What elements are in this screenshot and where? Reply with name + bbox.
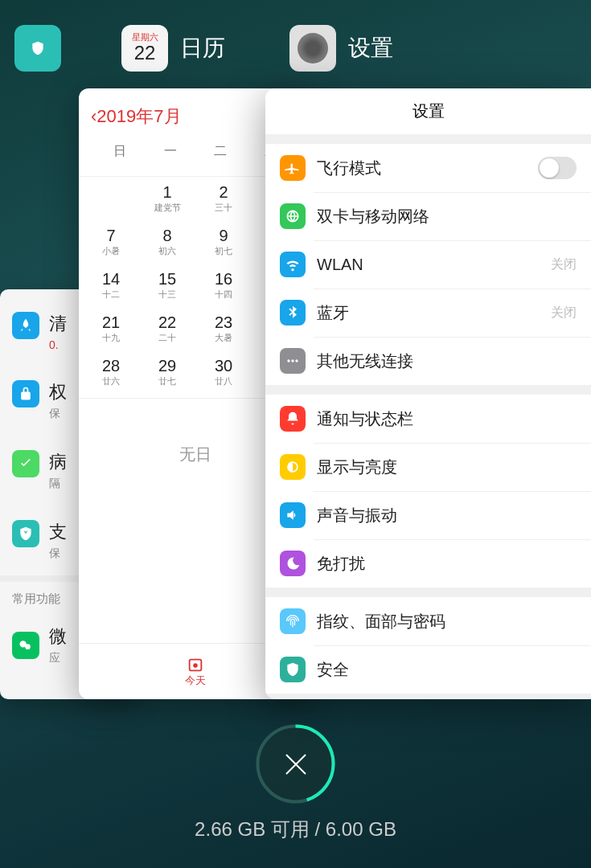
sec-item-sub: 保 <box>49 407 67 421</box>
gear-icon <box>298 33 328 63</box>
settings-row-label: 飞行模式 <box>317 158 538 179</box>
wechat-icon <box>12 632 39 659</box>
settings-row-airplane[interactable]: 飞行模式 <box>265 144 591 192</box>
settings-row-label: 声音与振动 <box>317 505 577 526</box>
settings-row-value: 关闭 <box>551 256 577 273</box>
calendar-back-button[interactable]: ‹2019年7月 <box>91 106 182 126</box>
sec-item-sub: 保 <box>49 547 67 561</box>
svg-point-6 <box>291 359 293 362</box>
settings-row-fingerprint[interactable]: 指纹、面部与密码 <box>265 597 591 645</box>
bell-icon <box>280 406 306 432</box>
calendar-app-label: 日历 <box>180 33 225 63</box>
footer-item-title: 微 <box>49 624 67 649</box>
today-label: 今天 <box>185 674 206 688</box>
calendar-app-icon[interactable]: 星期六 22 <box>121 25 168 72</box>
security-app-icon[interactable] <box>14 25 61 72</box>
calendar-day-cell[interactable]: 28廿六 <box>95 357 127 387</box>
settings-app-icon[interactable] <box>289 25 336 72</box>
svg-point-7 <box>295 359 298 362</box>
settings-row-label: 蓝牙 <box>317 302 551 324</box>
settings-row-label: 双卡与移动网络 <box>317 206 577 227</box>
weekday-label: 一 <box>154 143 187 160</box>
shield-icon <box>280 657 306 682</box>
calendar-day-cell[interactable]: 14十二 <box>95 270 127 301</box>
calendar-day-cell[interactable]: 1建党节 <box>151 183 183 214</box>
close-icon <box>282 750 310 777</box>
yen-icon <box>12 520 39 547</box>
calendar-day-cell[interactable]: 2三十 <box>207 183 240 214</box>
lock-icon <box>12 380 39 407</box>
airplane-icon <box>280 155 306 181</box>
settings-row-more[interactable]: 其他无线连接 <box>265 337 591 385</box>
weekday-label: 日 <box>104 143 136 160</box>
calendar-day-name: 星期六 <box>132 33 158 42</box>
sec-item-sub: 隔 <box>49 477 67 491</box>
wifi-icon <box>280 252 306 277</box>
calendar-day-cell[interactable]: 21十九 <box>95 313 127 344</box>
settings-row-label: 显示与亮度 <box>317 457 577 478</box>
check-icon <box>12 450 39 477</box>
settings-row-label: 免打扰 <box>317 553 577 575</box>
calendar-month-label: 2019年7月 <box>96 106 181 126</box>
settings-row-label: WLAN <box>317 256 551 274</box>
sec-item-title: 清 <box>49 312 67 336</box>
calendar-day-cell[interactable]: 15十三 <box>151 270 183 301</box>
settings-row-wifi[interactable]: WLAN关闭 <box>265 240 591 289</box>
shield-icon <box>30 40 46 56</box>
calendar-day-cell[interactable]: 29廿七 <box>151 357 183 387</box>
calendar-day-cell[interactable]: 9初七 <box>207 227 240 257</box>
settings-row-bell[interactable]: 通知与状态栏 <box>265 395 591 443</box>
settings-row-shield[interactable]: 安全 <box>265 645 591 694</box>
settings-row-value: 关闭 <box>551 305 577 321</box>
fingerprint-icon <box>280 608 306 634</box>
settings-row-label: 其他无线连接 <box>317 350 577 372</box>
settings-row-sound[interactable]: 声音与振动 <box>265 491 591 539</box>
more-icon <box>280 348 306 374</box>
recent-apps-footer: 2.66 GB 可用 / 6.00 GB <box>0 699 591 868</box>
settings-row-label: 通知与状态栏 <box>317 408 577 430</box>
calendar-day-cell[interactable]: 7小暑 <box>95 227 127 257</box>
settings-card[interactable]: 设置 飞行模式双卡与移动网络WLAN关闭蓝牙关闭其他无线连接通知与状态栏显示与亮… <box>265 88 591 699</box>
sound-icon <box>280 502 306 528</box>
memory-text: 2.66 GB 可用 / 6.00 GB <box>195 817 396 842</box>
calendar-day-cell[interactable]: 16十四 <box>207 270 240 301</box>
settings-row-sim[interactable]: 双卡与移动网络 <box>265 192 591 240</box>
settings-row-label: 安全 <box>317 659 577 681</box>
bluetooth-icon <box>280 300 306 326</box>
svg-point-5 <box>287 359 289 362</box>
calendar-date: 22 <box>134 42 156 64</box>
calendar-day-cell[interactable]: 22二十 <box>151 313 183 344</box>
settings-row-moon[interactable]: 免打扰 <box>265 539 591 588</box>
sec-item-title: 病 <box>49 450 67 474</box>
recent-apps-cards: 清0. 权保 病隔 支保 常用功能 微应 ‹2019年7月 日 一 二 <box>0 88 591 699</box>
toggle[interactable] <box>538 157 577 179</box>
calendar-today-icon <box>187 656 204 674</box>
sec-item-title: 权 <box>49 380 67 404</box>
weekday-label: 二 <box>204 143 236 160</box>
footer-item-sub: 应 <box>49 651 67 665</box>
settings-title: 设置 <box>265 88 591 134</box>
svg-point-1 <box>25 644 31 649</box>
sim-icon <box>280 203 306 229</box>
settings-row-label: 指纹、面部与密码 <box>317 611 577 633</box>
recent-apps-header: 星期六 22 日历 设置 <box>0 24 591 72</box>
calendar-day-cell[interactable]: 30廿八 <box>207 357 240 387</box>
svg-point-3 <box>194 664 197 667</box>
calendar-day-cell[interactable]: 8初六 <box>151 227 183 257</box>
rocket-icon <box>12 312 39 339</box>
moon-icon <box>280 551 306 576</box>
settings-row-sun[interactable]: 显示与亮度 <box>265 443 591 491</box>
sun-icon <box>280 454 306 480</box>
settings-row-bluetooth[interactable]: 蓝牙关闭 <box>265 289 591 337</box>
sec-item-title: 支 <box>49 520 67 544</box>
calendar-day-cell[interactable]: 23大暑 <box>207 313 240 344</box>
settings-app-label: 设置 <box>348 33 393 63</box>
clear-all-button[interactable] <box>257 726 334 802</box>
sec-item-sub: 0. <box>49 338 67 351</box>
